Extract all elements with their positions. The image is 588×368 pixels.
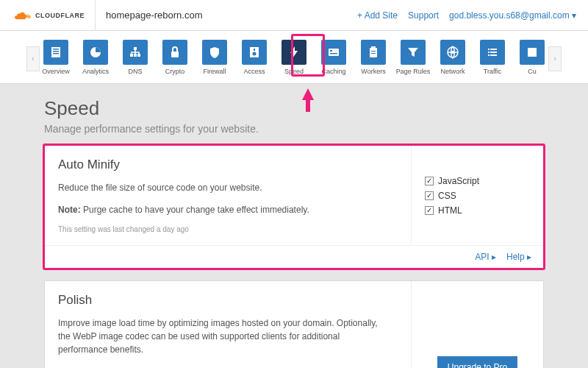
- nav-prev-button[interactable]: ‹: [26, 46, 40, 71]
- cu-icon: [520, 40, 545, 65]
- svg-rect-7: [134, 54, 137, 57]
- nav-item-traffic[interactable]: Traffic: [476, 40, 509, 75]
- nav-label: Firewall: [203, 68, 226, 75]
- svg-rect-12: [254, 49, 255, 51]
- brand-logo[interactable]: CLOUDFLARE: [12, 0, 96, 31]
- cloudflare-icon: [12, 9, 31, 22]
- svg-rect-25: [490, 52, 497, 53]
- nav-item-analytics[interactable]: Analytics: [79, 40, 112, 75]
- brand-name: CLOUDFLARE: [35, 12, 85, 19]
- api-link[interactable]: API ▸: [475, 252, 496, 262]
- check-icon: ✓: [425, 206, 434, 215]
- checkbox-javascript[interactable]: ✓JavaScript: [425, 176, 530, 186]
- svg-rect-27: [490, 54, 497, 56]
- svg-rect-15: [330, 53, 337, 54]
- svg-rect-24: [488, 52, 490, 53]
- nav-item-overview[interactable]: Overview: [40, 40, 72, 75]
- crypto-icon: [162, 40, 187, 65]
- nav-label: Analytics: [82, 68, 109, 75]
- nav-next-button[interactable]: ›: [548, 46, 562, 71]
- checkbox-css[interactable]: ✓CSS: [425, 191, 530, 201]
- svg-rect-5: [134, 47, 137, 50]
- svg-rect-8: [137, 54, 140, 57]
- card-title: Auto Minify: [58, 158, 398, 172]
- upgrade-button[interactable]: Upgrade to Pro: [437, 356, 517, 368]
- svg-rect-23: [490, 49, 497, 50]
- nav-item-speed[interactable]: Speed: [278, 40, 310, 75]
- nav-label: Overview: [42, 68, 70, 75]
- auto-minify-card: Auto Minify Reduce the file size of sour…: [44, 145, 544, 269]
- svg-rect-22: [488, 49, 490, 50]
- svg-rect-6: [130, 54, 133, 57]
- firewall-icon: [202, 40, 227, 65]
- card-description: Improve image load time by optimizing im…: [58, 316, 381, 356]
- nav-label: Traffic: [484, 68, 502, 75]
- analytics-icon: [83, 40, 108, 65]
- nav-item-network[interactable]: Network: [437, 40, 469, 75]
- speed-icon: [282, 40, 306, 65]
- nav-label: Network: [440, 68, 465, 75]
- card-description: Reduce the file size of source code on y…: [58, 181, 398, 194]
- caching-icon: [321, 40, 346, 65]
- svg-point-21: [451, 51, 454, 54]
- dns-icon: [123, 40, 148, 65]
- nav-item-crypto[interactable]: Crypto: [159, 40, 191, 75]
- svg-rect-13: [329, 49, 339, 56]
- svg-rect-18: [371, 51, 376, 52]
- access-icon: [242, 40, 267, 65]
- nav-item-cu[interactable]: Cu: [516, 40, 548, 75]
- svg-rect-1: [53, 49, 59, 50]
- nav-strip: ‹ OverviewAnalyticsDNSCryptoFirewallAcce…: [0, 31, 588, 84]
- nav-label: Speed: [284, 68, 304, 75]
- nav-label: DNS: [128, 68, 142, 75]
- svg-rect-14: [330, 50, 332, 52]
- nav-label: Workers: [361, 68, 385, 75]
- nav-item-access[interactable]: Access: [238, 40, 270, 75]
- nav-label: Access: [243, 68, 265, 75]
- network-icon: [440, 40, 465, 65]
- page-subtitle: Manage performance settings for your web…: [44, 123, 544, 135]
- help-link[interactable]: Help ▸: [506, 252, 531, 262]
- svg-rect-3: [53, 53, 59, 54]
- svg-rect-17: [371, 46, 376, 49]
- nav-label: Crypto: [165, 68, 185, 75]
- page-rules-icon: [401, 40, 426, 65]
- svg-rect-2: [53, 51, 59, 52]
- support-link[interactable]: Support: [408, 10, 439, 21]
- nav-item-dns[interactable]: DNS: [119, 40, 151, 75]
- nav-item-caching[interactable]: Caching: [318, 40, 350, 75]
- workers-icon: [361, 40, 386, 65]
- svg-rect-28: [528, 48, 537, 57]
- checkbox-html[interactable]: ✓HTML: [425, 205, 530, 216]
- svg-rect-16: [370, 48, 377, 57]
- page-title: Speed: [44, 97, 544, 120]
- svg-rect-9: [171, 52, 179, 57]
- add-site-link[interactable]: + Add Site: [357, 10, 398, 21]
- nav-item-workers[interactable]: Workers: [357, 40, 390, 75]
- nav-label: Cu: [528, 68, 537, 75]
- card-note: Note: Purge cache to have your change ta…: [58, 205, 398, 215]
- polish-card: Polish Improve image load time by optimi…: [44, 280, 544, 368]
- svg-rect-26: [488, 54, 490, 56]
- nav-item-page-rules[interactable]: Page Rules: [397, 40, 429, 75]
- user-menu[interactable]: god.bless.you.s68@gmail.com ▾: [449, 10, 576, 21]
- site-name[interactable]: homepage-reborn.com: [96, 10, 203, 21]
- top-header: CLOUDFLARE homepage-reborn.com + Add Sit…: [0, 0, 588, 31]
- check-icon: ✓: [425, 191, 434, 200]
- svg-point-11: [253, 52, 257, 55]
- card-title: Polish: [58, 293, 398, 308]
- nav-label: Page Rules: [396, 68, 431, 75]
- nav-label: Caching: [321, 68, 345, 75]
- tutorial-arrow-icon: [302, 88, 314, 100]
- card-meta: This setting was last changed a day ago: [58, 225, 398, 233]
- check-icon: ✓: [425, 177, 434, 185]
- overview-icon: [43, 40, 68, 65]
- nav-item-firewall[interactable]: Firewall: [198, 40, 231, 75]
- traffic-icon: [480, 40, 505, 65]
- svg-rect-19: [371, 53, 376, 54]
- caret-down-icon: ▾: [572, 10, 576, 21]
